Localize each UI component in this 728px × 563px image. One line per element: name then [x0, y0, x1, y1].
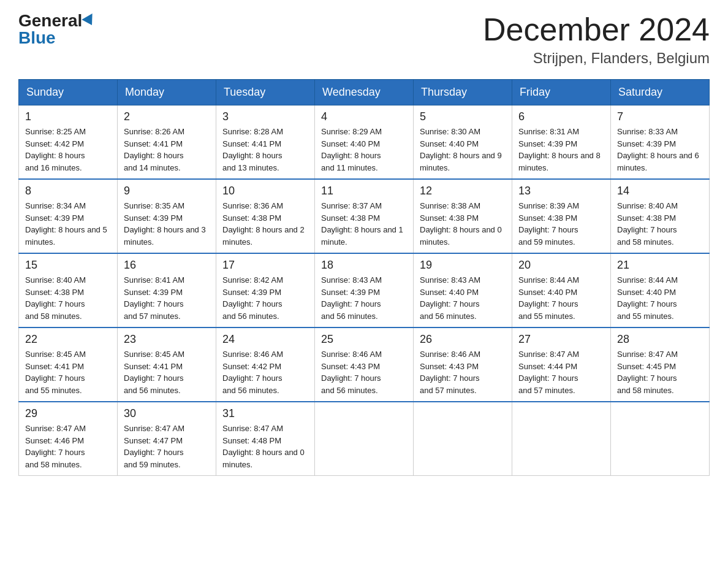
calendar-day-cell: 15 Sunrise: 8:40 AM Sunset: 4:38 PM Dayl… [19, 253, 118, 327]
day-number: 13 [518, 185, 604, 197]
calendar-header-row: SundayMondayTuesdayWednesdayThursdayFrid… [19, 80, 710, 105]
day-info: Sunrise: 8:43 AM Sunset: 4:40 PM Dayligh… [420, 274, 506, 322]
calendar-day-cell: 30 Sunrise: 8:47 AM Sunset: 4:47 PM Dayl… [118, 402, 216, 476]
day-info: Sunrise: 8:45 AM Sunset: 4:41 PM Dayligh… [124, 348, 210, 396]
calendar-day-cell: 21 Sunrise: 8:44 AM Sunset: 4:40 PM Dayl… [611, 253, 710, 327]
calendar-day-cell: 16 Sunrise: 8:41 AM Sunset: 4:39 PM Dayl… [118, 253, 216, 327]
day-info: Sunrise: 8:29 AM Sunset: 4:40 PM Dayligh… [321, 126, 407, 174]
day-info: Sunrise: 8:47 AM Sunset: 4:44 PM Dayligh… [518, 348, 604, 396]
calendar-week-row: 15 Sunrise: 8:40 AM Sunset: 4:38 PM Dayl… [19, 253, 710, 327]
day-info: Sunrise: 8:40 AM Sunset: 4:38 PM Dayligh… [617, 200, 703, 248]
day-number: 23 [124, 333, 210, 346]
day-number: 7 [617, 110, 703, 123]
calendar-day-cell: 24 Sunrise: 8:46 AM Sunset: 4:42 PM Dayl… [216, 327, 315, 402]
calendar-day-cell: 5 Sunrise: 8:30 AM Sunset: 4:40 PM Dayli… [414, 105, 512, 180]
calendar-week-row: 29 Sunrise: 8:47 AM Sunset: 4:46 PM Dayl… [19, 402, 710, 476]
day-number: 4 [321, 110, 407, 123]
day-info: Sunrise: 8:35 AM Sunset: 4:39 PM Dayligh… [124, 200, 210, 248]
calendar-day-cell: 14 Sunrise: 8:40 AM Sunset: 4:38 PM Dayl… [611, 179, 710, 253]
day-number: 16 [124, 259, 210, 272]
day-number: 6 [518, 110, 604, 123]
day-info: Sunrise: 8:47 AM Sunset: 4:46 PM Dayligh… [25, 423, 111, 470]
day-number: 24 [222, 333, 308, 346]
day-info: Sunrise: 8:31 AM Sunset: 4:39 PM Dayligh… [518, 126, 604, 174]
day-number: 19 [420, 259, 506, 272]
calendar-day-cell: 10 Sunrise: 8:36 AM Sunset: 4:38 PM Dayl… [216, 179, 315, 253]
calendar-header-saturday: Saturday [611, 80, 710, 105]
day-number: 28 [617, 333, 703, 346]
day-info: Sunrise: 8:28 AM Sunset: 4:41 PM Dayligh… [222, 126, 308, 174]
calendar-header-friday: Friday [512, 80, 611, 105]
day-number: 3 [222, 110, 308, 123]
calendar-day-cell: 13 Sunrise: 8:39 AM Sunset: 4:38 PM Dayl… [512, 179, 611, 253]
day-info: Sunrise: 8:38 AM Sunset: 4:38 PM Dayligh… [420, 200, 506, 248]
day-info: Sunrise: 8:47 AM Sunset: 4:45 PM Dayligh… [617, 348, 703, 396]
day-info: Sunrise: 8:26 AM Sunset: 4:41 PM Dayligh… [124, 126, 210, 174]
calendar-day-cell: 12 Sunrise: 8:38 AM Sunset: 4:38 PM Dayl… [414, 179, 512, 253]
calendar-header-thursday: Thursday [414, 80, 512, 105]
calendar-day-cell [414, 402, 512, 476]
day-number: 2 [124, 110, 210, 123]
day-number: 14 [617, 185, 703, 197]
calendar-day-cell: 17 Sunrise: 8:42 AM Sunset: 4:39 PM Dayl… [216, 253, 315, 327]
day-number: 11 [321, 185, 407, 197]
day-info: Sunrise: 8:43 AM Sunset: 4:39 PM Dayligh… [321, 274, 407, 322]
logo-general-text: General [18, 12, 82, 29]
day-info: Sunrise: 8:44 AM Sunset: 4:40 PM Dayligh… [518, 274, 604, 322]
location-title: Strijpen, Flanders, Belgium [483, 50, 710, 67]
calendar-day-cell [512, 402, 611, 476]
day-number: 12 [420, 185, 506, 197]
day-number: 21 [617, 259, 703, 272]
day-info: Sunrise: 8:34 AM Sunset: 4:39 PM Dayligh… [25, 200, 111, 248]
day-info: Sunrise: 8:33 AM Sunset: 4:39 PM Dayligh… [617, 126, 703, 174]
calendar-day-cell: 27 Sunrise: 8:47 AM Sunset: 4:44 PM Dayl… [512, 327, 611, 402]
day-info: Sunrise: 8:42 AM Sunset: 4:39 PM Dayligh… [222, 274, 308, 322]
day-info: Sunrise: 8:47 AM Sunset: 4:48 PM Dayligh… [222, 423, 308, 470]
calendar-day-cell: 3 Sunrise: 8:28 AM Sunset: 4:41 PM Dayli… [216, 105, 315, 180]
day-number: 26 [420, 333, 506, 346]
day-info: Sunrise: 8:45 AM Sunset: 4:41 PM Dayligh… [25, 348, 111, 396]
calendar-day-cell [315, 402, 414, 476]
day-number: 8 [25, 185, 111, 197]
calendar-header-monday: Monday [118, 80, 216, 105]
calendar-day-cell: 20 Sunrise: 8:44 AM Sunset: 4:40 PM Dayl… [512, 253, 611, 327]
day-number: 27 [518, 333, 604, 346]
day-number: 1 [25, 110, 111, 123]
calendar-week-row: 1 Sunrise: 8:25 AM Sunset: 4:42 PM Dayli… [19, 105, 710, 180]
day-info: Sunrise: 8:25 AM Sunset: 4:42 PM Dayligh… [25, 126, 111, 174]
day-number: 5 [420, 110, 506, 123]
calendar-day-cell: 23 Sunrise: 8:45 AM Sunset: 4:41 PM Dayl… [118, 327, 216, 402]
calendar-day-cell: 26 Sunrise: 8:46 AM Sunset: 4:43 PM Dayl… [414, 327, 512, 402]
day-number: 30 [124, 407, 210, 420]
day-info: Sunrise: 8:46 AM Sunset: 4:43 PM Dayligh… [321, 348, 407, 396]
calendar-header-wednesday: Wednesday [315, 80, 414, 105]
logo-arrow-icon [82, 13, 97, 28]
day-number: 9 [124, 185, 210, 197]
day-number: 29 [25, 407, 111, 420]
day-info: Sunrise: 8:36 AM Sunset: 4:38 PM Dayligh… [222, 200, 308, 248]
calendar-day-cell: 28 Sunrise: 8:47 AM Sunset: 4:45 PM Dayl… [611, 327, 710, 402]
day-number: 31 [222, 407, 308, 420]
day-number: 22 [25, 333, 111, 346]
day-number: 20 [518, 259, 604, 272]
calendar-header-sunday: Sunday [19, 80, 118, 105]
day-info: Sunrise: 8:44 AM Sunset: 4:40 PM Dayligh… [617, 274, 703, 322]
calendar-day-cell: 19 Sunrise: 8:43 AM Sunset: 4:40 PM Dayl… [414, 253, 512, 327]
calendar-day-cell [611, 402, 710, 476]
calendar-day-cell: 18 Sunrise: 8:43 AM Sunset: 4:39 PM Dayl… [315, 253, 414, 327]
calendar-day-cell: 2 Sunrise: 8:26 AM Sunset: 4:41 PM Dayli… [118, 105, 216, 180]
title-block: December 2024 Strijpen, Flanders, Belgiu… [483, 12, 710, 67]
calendar-day-cell: 4 Sunrise: 8:29 AM Sunset: 4:40 PM Dayli… [315, 105, 414, 180]
calendar-day-cell: 22 Sunrise: 8:45 AM Sunset: 4:41 PM Dayl… [19, 327, 118, 402]
logo: General Blue [18, 12, 96, 47]
calendar-day-cell: 9 Sunrise: 8:35 AM Sunset: 4:39 PM Dayli… [118, 179, 216, 253]
page-header: General Blue December 2024 Strijpen, Fla… [18, 12, 710, 67]
calendar-day-cell: 1 Sunrise: 8:25 AM Sunset: 4:42 PM Dayli… [19, 105, 118, 180]
day-info: Sunrise: 8:41 AM Sunset: 4:39 PM Dayligh… [124, 274, 210, 322]
logo-blue-text: Blue [18, 29, 56, 47]
day-info: Sunrise: 8:46 AM Sunset: 4:43 PM Dayligh… [420, 348, 506, 396]
day-number: 15 [25, 259, 111, 272]
day-info: Sunrise: 8:39 AM Sunset: 4:38 PM Dayligh… [518, 200, 604, 248]
calendar-table: SundayMondayTuesdayWednesdayThursdayFrid… [18, 79, 710, 476]
day-info: Sunrise: 8:40 AM Sunset: 4:38 PM Dayligh… [25, 274, 111, 322]
